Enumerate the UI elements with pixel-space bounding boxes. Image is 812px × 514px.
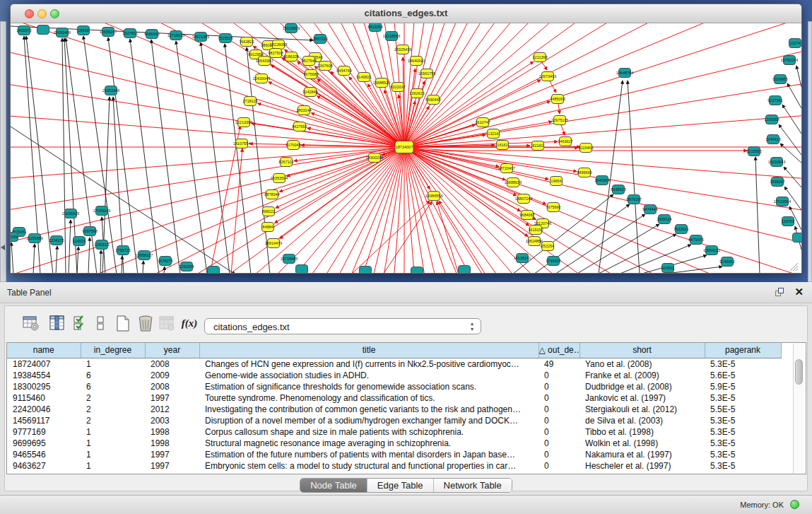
network-node[interactable]: 2718126	[242, 97, 257, 106]
network-node[interactable]	[296, 265, 308, 274]
table-cell[interactable]: Yano et al. (2008)	[579, 358, 705, 370]
column-visibility-icon[interactable]	[47, 312, 68, 334]
function-builder-icon[interactable]: f(x)	[179, 312, 200, 334]
network-node[interactable]: 16033809	[283, 24, 300, 33]
network-node[interactable]: 18300295	[366, 153, 383, 163]
table-cell[interactable]: 1997	[145, 449, 199, 460]
table-cell[interactable]: 0	[539, 370, 579, 381]
network-node[interactable]: 10655247	[100, 28, 117, 37]
network-node[interactable]: 16543382	[256, 57, 273, 66]
network-node[interactable]: 18433	[78, 26, 90, 35]
network-node[interactable]: 116753	[782, 217, 794, 226]
network-node[interactable]: 9463627	[558, 137, 572, 146]
network-node[interactable]	[411, 267, 423, 274]
table-cell[interactable]: 9777169	[7, 426, 81, 438]
network-node[interactable]	[208, 267, 220, 274]
network-node[interactable]: 12213389	[235, 118, 252, 127]
column-header[interactable]: △ out_de…	[539, 343, 579, 358]
network-node[interactable]: 10973493	[539, 72, 556, 81]
table-cell[interactable]: 5.3E-5	[705, 438, 781, 449]
table-cell[interactable]: 5.5E-5	[705, 404, 781, 415]
table-row[interactable]: 1830029562008Estimation of significance …	[7, 381, 781, 392]
network-node[interactable]: 84884	[262, 223, 274, 232]
network-node[interactable]: 20206535	[62, 209, 79, 218]
network-node[interactable]: 1234275	[49, 236, 64, 245]
table-cell[interactable]: 1998	[145, 426, 199, 438]
network-node[interactable]: 7857224	[312, 35, 327, 44]
network-node[interactable]: 9227341	[767, 96, 782, 105]
network-node[interactable]: 9115460	[578, 144, 593, 153]
network-node[interactable]: 8427552	[292, 122, 307, 132]
column-header[interactable]: short	[579, 343, 705, 358]
network-node[interactable]: 1244413	[765, 135, 780, 144]
network-node[interactable]	[793, 233, 802, 243]
column-header[interactable]: year	[145, 343, 199, 358]
network-node[interactable]: 6879197	[626, 195, 641, 204]
tab-edge-table[interactable]: Edge Table	[367, 479, 434, 492]
table-cell[interactable]: 18300295	[7, 381, 81, 392]
network-node[interactable]: 1615152	[528, 226, 543, 235]
network-node[interactable]: 7515526	[218, 34, 233, 43]
table-cell[interactable]: 5.3E-5	[705, 392, 781, 404]
table-cell[interactable]: 1	[81, 460, 145, 472]
network-node[interactable]: 1999297	[770, 177, 784, 187]
network-node[interactable]: 924501	[661, 264, 674, 273]
network-node[interactable]: 1292344	[179, 262, 194, 271]
network-node[interactable]: 16162	[497, 141, 509, 150]
network-node[interactable]: 8454749	[336, 66, 351, 76]
table-row[interactable]: 946362711997Embryonic stem cells: a mode…	[7, 460, 781, 472]
table-cell[interactable]: 19384554	[7, 370, 81, 381]
table-row[interactable]: 977716911998Corpus callosum shape and si…	[7, 426, 781, 438]
table-cell[interactable]: 2	[81, 415, 145, 426]
network-node[interactable]	[459, 266, 471, 274]
network-node[interactable]: 1209358	[764, 115, 779, 124]
network-node[interactable]: 11174	[789, 39, 801, 48]
network-node[interactable]: 1640954	[594, 176, 609, 185]
table-scrollbar-thumb[interactable]	[795, 359, 803, 385]
network-node[interactable]: 18807249	[515, 194, 532, 204]
network-node[interactable]	[360, 267, 372, 274]
table-cell[interactable]: 18724007	[7, 358, 81, 370]
table-cell[interactable]: 2	[81, 392, 145, 404]
table-row[interactable]: 2242004622012Investigating the contribut…	[7, 404, 781, 415]
network-node[interactable]: 8899695	[577, 168, 592, 177]
network-node[interactable]: 1795725	[115, 246, 130, 255]
network-node[interactable]: 1362615	[409, 89, 424, 98]
network-node[interactable]: 8471676	[688, 235, 703, 245]
network-node[interactable]: 1733426	[546, 257, 560, 266]
network-node[interactable]	[37, 25, 49, 35]
table-cell[interactable]: 0	[539, 381, 579, 392]
table-selector-dropdown[interactable]: citations_edges.txt ▴▾	[204, 318, 481, 334]
table-cell[interactable]: Hescheler et al. (1997)	[579, 460, 705, 472]
table-cell[interactable]: Tibbo et al. (1998)	[579, 426, 705, 438]
network-node[interactable]: 16210643	[768, 158, 785, 167]
table-cell[interactable]: Nakamura et al. (1997)	[579, 449, 705, 460]
table-scrollbar[interactable]	[793, 344, 804, 474]
table-cell[interactable]: Changes of HCN gene expression and I(f) …	[199, 358, 539, 370]
float-panel-icon[interactable]	[775, 288, 785, 297]
table-cell[interactable]: Corpus callosum shape and size in male p…	[199, 426, 539, 438]
network-node[interactable]: 8215955	[746, 147, 761, 156]
network-node[interactable]: 16914479	[265, 239, 282, 248]
table-cell[interactable]: 0	[539, 449, 579, 460]
table-cell[interactable]: Franke et al. (2009)	[579, 370, 705, 381]
table-cell[interactable]: 2008	[145, 358, 199, 370]
network-node[interactable]: 22420046	[253, 74, 270, 83]
table-cell[interactable]: 49	[539, 358, 579, 370]
network-node[interactable]: 252254	[541, 242, 554, 251]
results-panel-edge[interactable]	[808, 21, 812, 282]
network-node[interactable]: 2803144	[296, 106, 311, 115]
table-cell[interactable]: Wolkin et al. (1998)	[579, 438, 705, 449]
network-node[interactable]: 8938923	[611, 185, 625, 194]
table-cell[interactable]: 5.3E-5	[705, 358, 781, 370]
network-node[interactable]: 18640910	[408, 57, 425, 66]
delete-table-icon[interactable]	[156, 312, 177, 334]
table-cell[interactable]: 1997	[145, 460, 199, 472]
table-cell[interactable]: 0	[539, 404, 579, 415]
network-node[interactable]: 10654112	[703, 246, 720, 255]
network-hub-node[interactable]: 18724007	[395, 141, 413, 153]
network-node[interactable]: 8267110	[278, 158, 293, 167]
network-node[interactable]: 9242848	[302, 88, 317, 97]
table-cell[interactable]: 2003	[145, 415, 199, 426]
network-node[interactable]: 20691406	[54, 28, 71, 37]
